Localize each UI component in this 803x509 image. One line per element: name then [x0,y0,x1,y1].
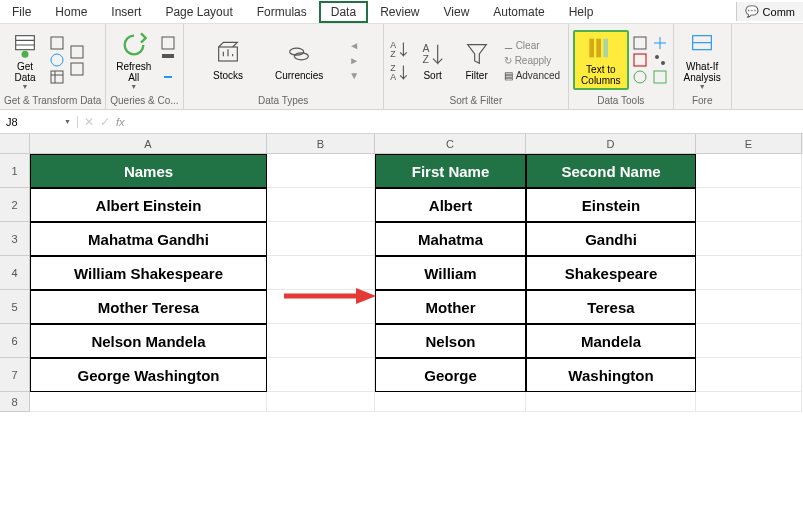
menu-page-layout[interactable]: Page Layout [153,1,244,23]
row-header-8[interactable]: 8 [0,392,30,412]
sort-button[interactable]: AZ Sort [412,38,454,83]
cell-A5[interactable]: Mother Teresa [30,290,267,324]
text-to-columns-button[interactable]: Text toColumns [573,30,628,90]
cell-B6[interactable] [267,324,375,358]
cell-C1[interactable]: First Name [375,154,526,188]
cell-D1[interactable]: Second Name [526,154,696,188]
menu-insert[interactable]: Insert [99,1,153,23]
cell-C7[interactable]: George [375,358,526,392]
col-header-A[interactable]: A [30,134,267,154]
cell-E7[interactable] [696,358,802,392]
select-all-corner[interactable] [0,134,30,154]
cell-D8[interactable] [526,392,696,412]
edit-links-icon[interactable] [159,69,177,85]
refresh-all-button[interactable]: RefreshAll ▼ [110,29,157,92]
row-header-1[interactable]: 1 [0,154,30,188]
row-header-7[interactable]: 7 [0,358,30,392]
remove-dup-icon[interactable] [631,52,649,68]
cell-A6[interactable]: Nelson Mandela [30,324,267,358]
properties-icon[interactable] [159,52,177,68]
cell-D2[interactable]: Einstein [526,188,696,222]
cell-B4[interactable] [267,256,375,290]
cell-A2[interactable]: Albert Einstein [30,188,267,222]
stocks-button[interactable]: Stocks [207,38,249,83]
menu-view[interactable]: View [432,1,482,23]
cell-C5[interactable]: Mother [375,290,526,324]
cell-B1[interactable] [267,154,375,188]
cell-B3[interactable] [267,222,375,256]
cell-D6[interactable]: Mandela [526,324,696,358]
cell-E8[interactable] [696,392,802,412]
row-header-6[interactable]: 6 [0,324,30,358]
cell-C8[interactable] [375,392,526,412]
whatif-button[interactable]: What-IfAnalysis ▼ [678,29,727,92]
menu-formulas[interactable]: Formulas [245,1,319,23]
name-box[interactable]: J8 ▼ [0,116,78,128]
clear-button[interactable]: ⚊Clear [500,39,564,52]
row-header-3[interactable]: 3 [0,222,30,256]
cell-E5[interactable] [696,290,802,324]
menu-file[interactable]: File [0,1,43,23]
advanced-button[interactable]: ▤Advanced [500,69,564,82]
consolidate-icon[interactable] [651,35,669,51]
cell-B8[interactable] [267,392,375,412]
cell-E6[interactable] [696,324,802,358]
queries-icon[interactable] [159,35,177,51]
row-header-4[interactable]: 4 [0,256,30,290]
col-header-B[interactable]: B [267,134,375,154]
cell-E4[interactable] [696,256,802,290]
from-text-icon[interactable] [48,35,66,51]
sort-asc-icon[interactable]: AZ [388,38,410,60]
cell-D3[interactable]: Gandhi [526,222,696,256]
col-header-C[interactable]: C [375,134,526,154]
cell-A1[interactable]: Names [30,154,267,188]
from-table-icon[interactable] [48,69,66,85]
reapply-button[interactable]: ↻Reapply [500,54,564,67]
get-data-button[interactable]: GetData ▼ [4,29,46,92]
menu-automate[interactable]: Automate [481,1,556,23]
cell-E1[interactable] [696,154,802,188]
cell-A7[interactable]: George Washington [30,358,267,392]
cell-A4[interactable]: William Shakespeare [30,256,267,290]
cell-D4[interactable]: Shakespeare [526,256,696,290]
cell-B2[interactable] [267,188,375,222]
chevron-down-icon: ▼ [699,83,706,90]
sort-desc-icon[interactable]: ZA [388,61,410,83]
data-validation-icon[interactable] [631,69,649,85]
filter-button[interactable]: Filter [456,38,498,83]
fx-label[interactable]: fx [116,116,125,128]
from-web-icon[interactable] [48,52,66,68]
cell-C6[interactable]: Nelson [375,324,526,358]
cell-A8[interactable] [30,392,267,412]
cell-C4[interactable]: William [375,256,526,290]
cell-E2[interactable] [696,188,802,222]
menu-help[interactable]: Help [557,1,606,23]
menu-data[interactable]: Data [319,1,368,23]
comments-button[interactable]: 💬 Comm [736,2,803,21]
nav-right-icon[interactable]: ► [349,55,359,66]
flash-fill-icon[interactable] [631,35,649,51]
col-header-E[interactable]: E [696,134,802,154]
cell-C3[interactable]: Mahatma [375,222,526,256]
menu-home[interactable]: Home [43,1,99,23]
cell-B5[interactable] [267,290,375,324]
confirm-icon[interactable]: ✓ [100,115,110,129]
relationships-icon[interactable] [651,52,669,68]
cell-C2[interactable]: Albert [375,188,526,222]
menu-review[interactable]: Review [368,1,431,23]
row-header-5[interactable]: 5 [0,290,30,324]
col-header-D[interactable]: D [526,134,696,154]
nav-down-icon[interactable]: ▼ [349,70,359,81]
cancel-icon[interactable]: ✕ [84,115,94,129]
row-header-2[interactable]: 2 [0,188,30,222]
cell-E3[interactable] [696,222,802,256]
cell-B7[interactable] [267,358,375,392]
currencies-button[interactable]: Currencies [269,38,329,83]
data-model-icon[interactable] [651,69,669,85]
nav-left-icon[interactable]: ◄ [349,40,359,51]
cell-D5[interactable]: Teresa [526,290,696,324]
recent-sources-icon[interactable] [68,44,86,60]
existing-conn-icon[interactable] [68,61,86,77]
cell-A3[interactable]: Mahatma Gandhi [30,222,267,256]
cell-D7[interactable]: Washington [526,358,696,392]
